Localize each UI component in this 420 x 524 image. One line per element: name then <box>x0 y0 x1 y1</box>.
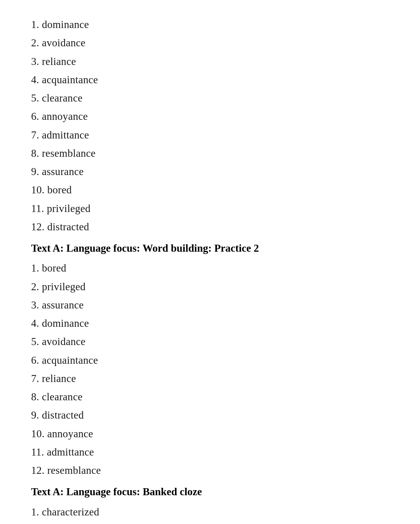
list-item: 2. avoidance <box>31 34 389 52</box>
list-item: 10. annoyance <box>31 425 389 443</box>
section2-list: 1. bored2. privileged3. assurance4. domi… <box>31 259 389 480</box>
list-item: 10. bored <box>31 181 389 199</box>
list-item: 12. distracted <box>31 218 389 236</box>
list-item: 4. acquaintance <box>31 71 389 89</box>
list-item: 9. assurance <box>31 163 389 181</box>
list-item: 4. dominance <box>31 314 389 333</box>
list-item: 9. distracted <box>31 406 389 424</box>
list-item: 7. reliance <box>31 370 389 388</box>
section3-heading: Text A: Language focus: Banked cloze <box>31 483 389 501</box>
list-item: 8. resemblance <box>31 144 389 163</box>
list-item: 3. reliance <box>31 53 389 71</box>
list-item: 6. annoyance <box>31 107 389 126</box>
list-item: 2. aspects <box>31 521 389 524</box>
list-item: 8. clearance <box>31 388 389 406</box>
list-item: 11. privileged <box>31 200 389 218</box>
section3-list: 1. characterized2. aspects3. amount4. re… <box>31 503 389 524</box>
section1-list: 1. dominance2. avoidance3. reliance4. ac… <box>31 16 389 236</box>
list-item: 5. clearance <box>31 89 389 107</box>
list-item: 1. characterized <box>31 503 389 521</box>
list-item: 1. bored <box>31 259 389 277</box>
list-item: 7. admittance <box>31 126 389 144</box>
list-item: 6. acquaintance <box>31 351 389 370</box>
list-item: 1. dominance <box>31 16 389 34</box>
list-item: 11. admittance <box>31 443 389 461</box>
list-item: 12. resemblance <box>31 461 389 480</box>
list-item: 5. avoidance <box>31 333 389 351</box>
section2-heading: Text A: Language focus: Word building: P… <box>31 239 389 258</box>
list-item: 2. privileged <box>31 278 389 296</box>
list-item: 3. assurance <box>31 296 389 314</box>
